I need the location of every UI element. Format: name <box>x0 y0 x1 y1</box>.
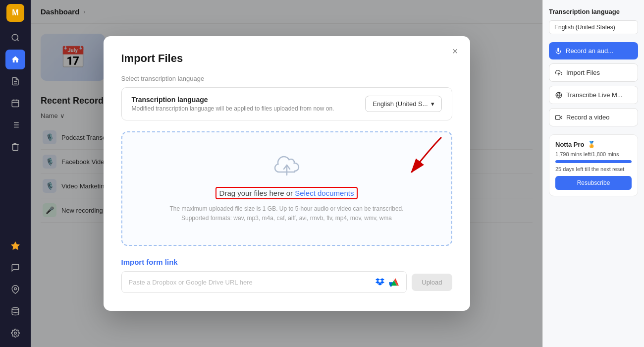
transcribe-live-button[interactable]: Transcribe Live M... <box>549 86 638 104</box>
record-video-button[interactable]: Record a video <box>549 108 638 126</box>
medal-icon: 🏅 <box>588 141 595 148</box>
sidebar-item-location[interactable] <box>5 280 25 299</box>
svg-point-17 <box>14 332 17 335</box>
sidebar-item-chat[interactable] <box>5 258 25 278</box>
modal-overlay[interactable]: Import Files × Select transcription lang… <box>31 0 542 347</box>
cloud-upload-icon <box>132 154 441 180</box>
import-form-title: Import form link <box>121 258 452 266</box>
sidebar-item-trash[interactable] <box>5 137 25 157</box>
notta-pro-box: Notta Pro 🏅 1,798 mins left/1,800 mins 2… <box>549 134 638 196</box>
days-label: 25 days left till the next reset <box>555 166 632 172</box>
sidebar-item-home[interactable] <box>5 50 25 69</box>
svg-rect-24 <box>556 115 560 119</box>
main-area: Dashboard › 📅 Recent Recordings Name ∨ 🎙… <box>31 0 542 347</box>
sidebar-item-notes[interactable] <box>5 71 25 91</box>
resubscribe-button[interactable]: Resubscribe <box>555 176 632 190</box>
dropzone[interactable]: Drag your files here or Select documents… <box>121 131 452 246</box>
notta-pro-title: Notta Pro 🏅 <box>555 141 632 148</box>
avatar[interactable]: M <box>6 4 24 22</box>
svg-marker-23 <box>560 116 562 119</box>
sidebar-item-search[interactable] <box>5 28 25 48</box>
language-dropdown[interactable]: English (United S... ▾ <box>365 96 441 112</box>
close-button[interactable]: × <box>452 46 458 56</box>
record-audio-button[interactable]: Record an aud... <box>549 42 638 59</box>
drop-highlight-box: Drag your files here or Select documents <box>215 187 358 199</box>
sidebar-item-calendar[interactable] <box>5 93 25 113</box>
progress-bar-fill <box>555 160 632 163</box>
sidebar-item-star[interactable] <box>5 236 25 256</box>
svg-point-16 <box>12 308 19 310</box>
modal-title: Import Files <box>121 52 452 65</box>
svg-point-15 <box>14 288 17 290</box>
language-selector-box: Transcription language Modified transcri… <box>121 87 452 120</box>
drop-hint-line2: Supported formats: wav, mp3, m4a, caf, a… <box>132 214 441 223</box>
right-panel: Transcription language English (United S… <box>542 0 644 347</box>
url-input-field[interactable]: Paste a Dropbox or Google Drive URL here <box>121 271 407 293</box>
import-files-button[interactable]: Import Files <box>549 63 638 82</box>
chevron-down-icon: ▾ <box>431 100 434 108</box>
mins-label: 1,798 mins left/1,800 mins <box>555 151 632 157</box>
dropbox-icon <box>375 277 385 288</box>
sidebar-item-list[interactable] <box>5 115 25 135</box>
section-label: Select transcription language <box>121 75 452 82</box>
sidebar-item-database[interactable] <box>5 301 25 321</box>
right-panel-title: Transcription language <box>549 8 638 15</box>
progress-bar <box>555 160 632 163</box>
select-documents-link[interactable]: Select documents <box>295 189 354 197</box>
import-form-row: Paste a Dropbox or Google Drive URL here <box>121 271 452 293</box>
lang-title: Transcription language <box>132 96 334 104</box>
svg-point-0 <box>12 34 18 40</box>
url-input-icons <box>375 277 399 288</box>
sidebar-item-settings[interactable] <box>5 323 25 343</box>
lang-desc: Modified transcription language will be … <box>132 105 334 112</box>
right-panel-lang-badge: English (United States) <box>549 20 638 34</box>
svg-marker-14 <box>11 242 20 250</box>
import-files-modal: Import Files × Select transcription lang… <box>104 36 470 311</box>
svg-line-1 <box>17 39 18 41</box>
drop-hint-line1: The maximum uploaded file size is 1 GB. … <box>132 204 441 214</box>
upload-button[interactable]: Upload <box>412 274 452 291</box>
drop-text: Drag your files here or Select documents <box>132 187 441 199</box>
sidebar: M <box>0 0 31 347</box>
lang-selector-left: Transcription language Modified transcri… <box>132 96 334 112</box>
svg-rect-4 <box>12 100 19 107</box>
google-drive-icon <box>388 277 399 288</box>
